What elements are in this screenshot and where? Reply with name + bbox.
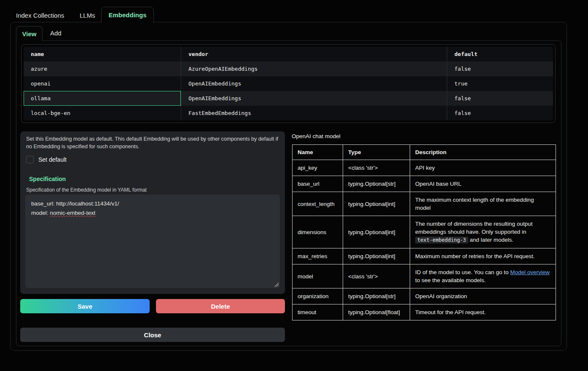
param-row-context-length: context_length typing.Optional[int] The …	[293, 192, 556, 216]
param-type: typing.Optional[int]	[343, 192, 410, 216]
param-row-base-url: base_url typing.Optional[str] OpenAI bas…	[293, 176, 556, 192]
param-row-dimensions: dimensions typing.Optional[int] The numb…	[293, 216, 556, 248]
cell-default[interactable]: true	[447, 76, 553, 91]
cell-default[interactable]: false	[447, 106, 553, 120]
cell-default[interactable]: false	[447, 61, 553, 76]
set-default-label: Set default	[38, 156, 67, 163]
cell-name[interactable]: local-bge-en	[24, 106, 181, 120]
tab-llms[interactable]: LLMs	[80, 12, 95, 19]
param-type: typing.Optional[float]	[343, 304, 410, 320]
resize-handle-icon[interactable]	[274, 283, 279, 287]
params-header-row: Name Type Description	[293, 145, 556, 160]
param-name: model	[293, 264, 343, 288]
close-button[interactable]: Close	[20, 328, 285, 342]
param-desc: ID of the model to use. You can go to Mo…	[410, 264, 556, 288]
param-row-model: model <class 'str'> ID of the model to u…	[293, 264, 556, 288]
param-name: dimensions	[293, 216, 343, 248]
param-name: max_retries	[293, 248, 343, 264]
column-header-default: default	[447, 47, 553, 61]
param-type: typing.Optional[str]	[343, 176, 410, 192]
params-header-description: Description	[410, 145, 556, 160]
param-row-api-key: api_key <class 'str'> API key	[293, 160, 556, 176]
cell-vendor[interactable]: OpenAIEmbeddings	[181, 91, 447, 106]
param-desc: OpenAI organization	[410, 288, 556, 304]
model-overview-link[interactable]: Model overview	[510, 269, 550, 275]
tab-embeddings[interactable]: Embeddings	[101, 7, 154, 23]
embeddings-table: name vendor default azure AzureOpenAIEmb…	[21, 44, 556, 123]
column-header-vendor: vendor	[181, 47, 447, 61]
delete-button[interactable]: Delete	[156, 299, 285, 313]
param-type: typing.Optional[int]	[343, 216, 410, 248]
table-row-ollama-selected[interactable]: ollama OpenAIEmbeddings false	[24, 91, 553, 106]
cell-default[interactable]: false	[447, 91, 553, 106]
param-row-organization: organization typing.Optional[str] OpenAI…	[293, 288, 556, 304]
table-row-azure[interactable]: azure AzureOpenAIEmbeddings false	[24, 61, 553, 76]
param-desc: OpenAI base URL	[410, 176, 556, 192]
param-name: timeout	[293, 304, 343, 320]
param-name: base_url	[293, 176, 343, 192]
subtab-add[interactable]: Add	[50, 26, 62, 40]
param-name: context_length	[293, 192, 343, 216]
param-type: typing.Optional[int]	[343, 248, 410, 264]
table-row-local-bge-en[interactable]: local-bge-en FastEmbedEmbeddings false	[24, 106, 553, 120]
param-name: api_key	[293, 160, 343, 176]
param-type: typing.Optional[str]	[343, 288, 410, 304]
param-desc: The number of dimensions the resulting o…	[410, 216, 556, 248]
specification-heading: Specification	[29, 176, 279, 182]
set-default-row: Set default	[26, 156, 279, 163]
param-type: <class 'str'>	[343, 160, 410, 176]
cell-vendor[interactable]: AzureOpenAIEmbeddings	[181, 61, 447, 76]
param-desc: The maximum context length of the embedd…	[410, 192, 556, 216]
embeddings-table-header: name vendor default	[24, 47, 553, 61]
params-header-type: Type	[343, 145, 410, 160]
table-row-openai[interactable]: openai OpenAIEmbeddings true	[24, 76, 553, 91]
params-header-name: Name	[293, 145, 343, 160]
params-panel-title: OpenAI chat model	[292, 133, 341, 139]
tab-index-collections[interactable]: Index Collections	[16, 12, 64, 19]
param-row-max-retries: max_retries typing.Optional[int] Maximum…	[293, 248, 556, 264]
params-table: Name Type Description api_key <class 'st…	[292, 144, 556, 320]
cell-name-selected[interactable]: ollama	[24, 91, 181, 106]
cell-vendor[interactable]: FastEmbedEmbeddings	[181, 106, 447, 120]
param-desc: Maximum number of retries for the API re…	[410, 248, 556, 264]
param-name: organization	[293, 288, 343, 304]
yaml-line-1: base_url: http://localhost:11434/v1/	[31, 199, 274, 208]
misspelled-word: nomic-embed-text	[50, 210, 95, 216]
set-default-checkbox[interactable]	[26, 156, 34, 163]
yaml-line-2: model: nomic-embed-text	[31, 208, 274, 218]
set-default-description: Set this Embedding model as default. Thi…	[26, 135, 279, 150]
column-header-name: name	[24, 47, 181, 61]
code-chip: text-embedding-3	[415, 237, 468, 243]
embedding-settings-card: Set this Embedding model as default. Thi…	[20, 131, 285, 294]
param-desc: Timeout for the API request.	[410, 304, 556, 320]
subtab-view[interactable]: View	[16, 26, 43, 41]
save-button[interactable]: Save	[20, 299, 150, 313]
specification-caption: Specification of the Embedding model in …	[26, 187, 279, 193]
cell-name[interactable]: openai	[24, 76, 181, 91]
cell-vendor[interactable]: OpenAIEmbeddings	[181, 76, 447, 91]
param-desc: API key	[410, 160, 556, 176]
param-row-timeout: timeout typing.Optional[float] Timeout f…	[293, 304, 556, 320]
cell-name[interactable]: azure	[24, 61, 181, 76]
yaml-spec-editor[interactable]: base_url: http://localhost:11434/v1/ mod…	[25, 195, 280, 288]
param-type: <class 'str'>	[343, 264, 410, 288]
